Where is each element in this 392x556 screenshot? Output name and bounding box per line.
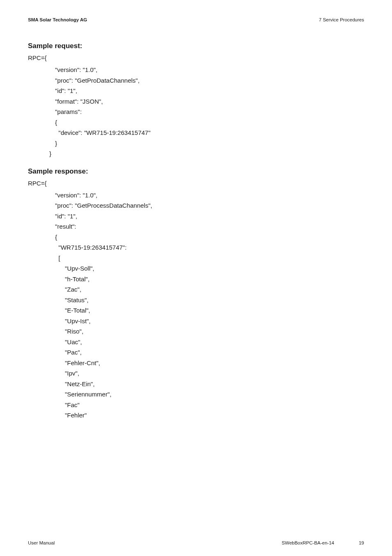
code-line: "format": "JSON", [28, 96, 364, 107]
header-company: SMA Solar Technology AG [28, 17, 87, 22]
rpc-open-request: RPC={ [28, 54, 364, 61]
page: SMA Solar Technology AG 7 Service Proced… [0, 0, 392, 556]
code-line: "Zac", [28, 284, 364, 295]
code-line: "proc": "GetProcessDataChannels", [28, 200, 364, 211]
footer-left: User Manual [28, 540, 55, 545]
code-line: "E-Total", [28, 305, 364, 316]
code-line: "Netz-Ein", [28, 379, 364, 389]
code-line: "id": "1", [28, 86, 364, 96]
code-line: } [28, 148, 364, 159]
sample-request-heading: Sample request: [28, 42, 364, 50]
code-line: "h-Total", [28, 274, 364, 285]
code-line: "Seriennummer", [28, 389, 364, 400]
code-line: "device": "WR715-19:263415747" [28, 127, 364, 138]
code-line: "version": "1.0", [28, 65, 364, 75]
sample-response-heading: Sample response: [28, 167, 364, 176]
code-line: "result": [28, 221, 364, 232]
code-line: "Pac", [28, 347, 364, 358]
code-line: { [28, 232, 364, 243]
code-line: "Fac" [28, 400, 364, 410]
header-bar: SMA Solar Technology AG 7 Service Proced… [28, 17, 364, 22]
footer-doc-id: SWebBoxRPC-BA-en-14 [282, 540, 334, 545]
footer: User Manual SWebBoxRPC-BA-en-14 19 [28, 540, 364, 545]
response-code-block: "version": "1.0", "proc": "GetProcessDat… [28, 190, 364, 421]
code-line: { [28, 117, 364, 128]
code-line: "proc": "GetProDataChannels", [28, 75, 364, 86]
code-line: "Ipv", [28, 368, 364, 379]
code-line: "version": "1.0", [28, 190, 364, 201]
code-line: "Status", [28, 295, 364, 306]
code-line: "Uac", [28, 337, 364, 348]
footer-page-number: 19 [359, 540, 364, 545]
code-line: "Riso", [28, 326, 364, 337]
request-code-block: "version": "1.0", "proc": "GetProDataCha… [28, 65, 364, 159]
code-line: [ [28, 253, 364, 264]
code-line: "params": [28, 107, 364, 117]
code-line: "id": "1", [28, 211, 364, 222]
code-line: "Upv-Soll", [28, 263, 364, 274]
code-line: "Fehler-Cnt", [28, 358, 364, 368]
code-line: } [28, 138, 364, 149]
header-section: 7 Service Procedures [319, 17, 364, 22]
rpc-open-response: RPC={ [28, 180, 364, 187]
code-line: "Fehler" [28, 410, 364, 421]
code-line: "Upv-Ist", [28, 316, 364, 327]
code-line: "WR715-19:263415747": [28, 242, 364, 253]
